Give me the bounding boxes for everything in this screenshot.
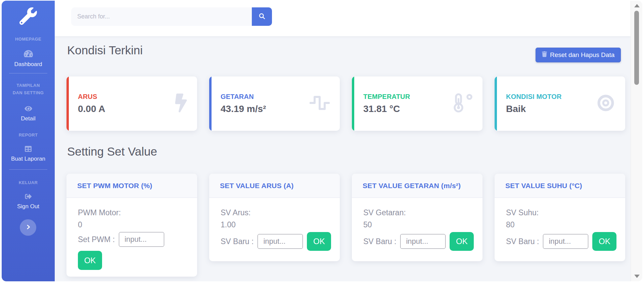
scrollbar[interactable]	[631, 1, 642, 281]
setting-card-title: SET PWM MOTOR (%)	[77, 182, 152, 190]
sidebar-item-label: Buat Laporan	[2, 156, 55, 162]
sidebar-item-label: Detail	[2, 115, 55, 122]
scrollbar-up-arrow[interactable]	[634, 4, 640, 7]
ok-button-suhu[interactable]: OK	[592, 232, 616, 251]
sv-getaran-input[interactable]	[400, 234, 446, 249]
ok-button-arus[interactable]: OK	[307, 232, 331, 251]
kpi-card-kondisi-motor: KONDISI MOTOR Baik	[495, 76, 625, 131]
sidebar-heading-report: REPORT	[2, 131, 55, 139]
sidebar-heading-tampilan: TAMPILAN DAN SETTING	[2, 82, 55, 97]
search-input[interactable]	[71, 7, 252, 26]
sidebar-item-sign-out[interactable]: Sign Out	[2, 193, 55, 210]
table-icon	[2, 146, 55, 154]
setting-card-pwm-motor: SET PWM MOTOR (%) PWM Motor: 0 Set PWM :…	[66, 174, 197, 277]
kpi-value: Baik	[506, 104, 596, 114]
sidebar-toggle-button[interactable]	[20, 219, 36, 236]
kpi-label: KONDISI MOTOR	[506, 93, 596, 101]
app-window: HOMEPAGE Dashboard TAMPILAN DAN SETTING …	[2, 1, 642, 281]
sidebar-item-dashboard[interactable]: Dashboard	[2, 50, 55, 68]
scrollbar-thumb[interactable]	[634, 11, 639, 85]
setting-card-sv-arus: SET VALUE ARUS (A) SV Arus: 1.00 SV Baru…	[209, 174, 340, 261]
wrench-icon	[19, 20, 37, 26]
setting-card-title: SET VALUE ARUS (A)	[220, 182, 293, 190]
thermometer-icon	[451, 93, 472, 114]
sv-arus-input[interactable]	[258, 234, 303, 249]
search-icon	[259, 13, 266, 21]
setting-card-sv-suhu: SET VALUE SUHU (°C) SV Suhu: 80 SV Baru …	[495, 174, 625, 261]
current-value: 80	[506, 219, 617, 231]
sidebar-divider	[9, 169, 47, 170]
kpi-label: GETARAN	[221, 93, 310, 101]
input-label: SV Baru :	[221, 237, 254, 246]
setting-card-row: SET PWM MOTOR (%) PWM Motor: 0 Set PWM :…	[66, 174, 625, 277]
sidebar-item-buat-laporan[interactable]: Buat Laporan	[2, 146, 55, 162]
kpi-card-arus: ARUS 0.00 A	[66, 76, 197, 131]
sidebar-divider	[9, 73, 47, 73]
sidebar-brand[interactable]	[2, 7, 55, 26]
input-label: SV Baru :	[506, 237, 539, 246]
current-value-label: SV Arus:	[221, 207, 332, 219]
search-button[interactable]	[252, 7, 272, 26]
kpi-label: TEMPERATUR	[363, 93, 451, 101]
current-value: 50	[363, 219, 474, 231]
page-title: Kondisi Terkini	[67, 44, 143, 57]
input-label: Set PWM :	[78, 235, 115, 244]
current-value: 1.00	[221, 219, 332, 231]
topbar	[55, 1, 631, 36]
kpi-label: ARUS	[78, 93, 175, 101]
chevron-right-icon	[25, 224, 31, 231]
sidebar-heading-keluar: KELUAR	[2, 179, 55, 186]
eye-icon	[2, 105, 55, 113]
trash-icon	[542, 51, 547, 59]
sidebar-item-label: Dashboard	[2, 61, 55, 68]
setting-card-title: SET VALUE GETARAN (m/s²)	[363, 182, 461, 190]
sidebar-item-label: Sign Out	[2, 203, 55, 210]
sign-out-icon	[2, 193, 55, 201]
scrollbar-down-arrow[interactable]	[634, 275, 640, 278]
sv-suhu-input[interactable]	[543, 234, 588, 249]
set-pwm-input[interactable]	[119, 232, 164, 247]
kpi-card-temperatur: TEMPERATUR 31.81 °C	[352, 76, 482, 131]
ok-button-pwm[interactable]: OK	[78, 251, 102, 270]
search-form	[71, 7, 272, 26]
tachometer-icon	[2, 50, 55, 59]
bolt-icon	[175, 94, 187, 114]
current-value-label: PWM Motor:	[78, 207, 189, 219]
kpi-value: 0.00 A	[78, 104, 175, 114]
kpi-card-getaran: GETARAN 43.19 m/s²	[209, 76, 340, 131]
kpi-value: 31.81 °C	[363, 104, 451, 114]
current-value-label: SV Getaran:	[363, 207, 474, 219]
input-label: SV Baru :	[363, 237, 396, 246]
sidebar-item-detail[interactable]: Detail	[2, 105, 55, 122]
section-title-setting: Setting Set Value	[67, 145, 157, 158]
kpi-card-row: ARUS 0.00 A GETARAN 43.19 m/s² T	[66, 76, 625, 131]
reset-button-label: Reset dan Hapus Data	[550, 51, 614, 59]
square-wave-icon	[310, 95, 330, 112]
setting-card-title: SET VALUE SUHU (°C)	[505, 182, 582, 190]
current-value: 0	[78, 219, 189, 231]
sidebar: HOMEPAGE Dashboard TAMPILAN DAN SETTING …	[2, 1, 55, 281]
setting-card-sv-getaran: SET VALUE GETARAN (m/s²) SV Getaran: 50 …	[352, 174, 482, 261]
sidebar-heading-homepage: HOMEPAGE	[2, 36, 55, 43]
bullseye-icon	[596, 94, 615, 114]
current-value-label: SV Suhu:	[506, 207, 617, 219]
ok-button-getaran[interactable]: OK	[450, 232, 474, 251]
kpi-value: 43.19 m/s²	[221, 104, 310, 114]
reset-data-button[interactable]: Reset dan Hapus Data	[536, 48, 621, 62]
